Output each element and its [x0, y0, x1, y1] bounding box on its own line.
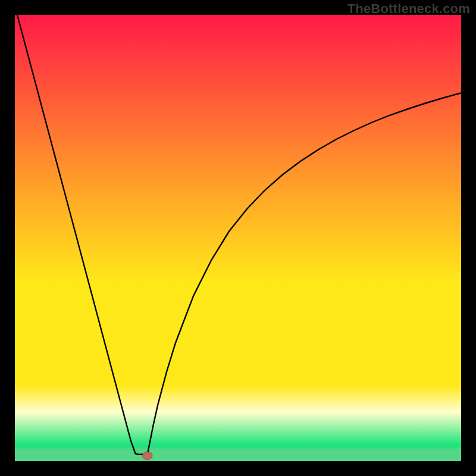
plot-area [15, 15, 461, 461]
plot-svg [15, 15, 461, 461]
gradient-background [15, 15, 461, 461]
optimal-point-marker [143, 452, 153, 460]
chart-frame: TheBottleneck.com [0, 0, 476, 476]
